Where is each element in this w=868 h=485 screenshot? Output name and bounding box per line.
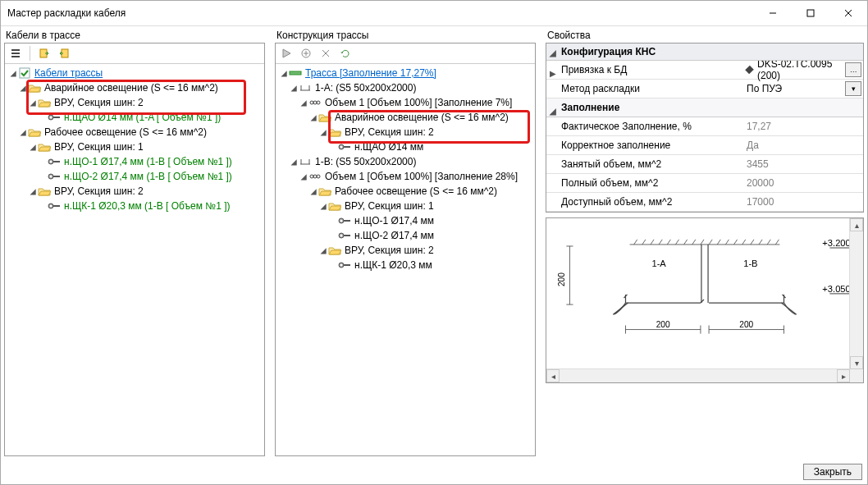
scrollbar-vertical[interactable]: ▴ ▾ xyxy=(849,218,863,369)
tree-label: Объем 1 [Объем 100%] [Заполнение 28%] xyxy=(325,171,518,182)
tree-label: ВРУ, Секция шин: 1 xyxy=(345,200,434,212)
svg-line-67 xyxy=(613,303,628,314)
add-icon[interactable] xyxy=(299,46,313,61)
checkbox-icon[interactable] xyxy=(18,66,31,80)
scroll-right-icon[interactable]: ▸ xyxy=(837,369,850,382)
svg-text:200: 200 xyxy=(739,320,753,329)
prop-value: Да xyxy=(747,140,759,151)
tree-label: ВРУ, Секция шин: 2 xyxy=(54,97,144,108)
svg-line-49 xyxy=(651,240,654,245)
expand-icon[interactable]: ◢ xyxy=(550,107,556,116)
tree-label: н.ЩО-2 Ø17,4 мм (1-B [ Объем №1 ]) xyxy=(64,171,232,182)
tree-item[interactable]: н.ЩК-1 Ø20,3 мм (1-B [ Объем №1 ]) xyxy=(5,199,263,213)
tree-item[interactable]: н.ЩАО Ø14 мм xyxy=(276,140,533,154)
tree-item[interactable]: ◢ ВРУ, Секция шин: 2 xyxy=(276,125,533,140)
svg-point-32 xyxy=(340,146,343,149)
tree-label[interactable]: Кабели трассы xyxy=(34,67,103,79)
prop-category: Заполнение xyxy=(561,102,619,113)
cable-icon xyxy=(48,199,61,213)
svg-line-61 xyxy=(751,240,754,245)
svg-point-41 xyxy=(340,235,343,237)
tree-item[interactable]: ◢ Объем 1 [Объем 100%] [Заполнение 28%] xyxy=(276,169,533,184)
minimize-button[interactable] xyxy=(754,1,792,25)
svg-line-68 xyxy=(781,303,796,314)
close-dialog-button[interactable]: Закрыть xyxy=(803,464,862,480)
tree-label: Рабочее освещение (S <= 16 мм^2) xyxy=(335,185,497,197)
svg-point-34 xyxy=(310,175,313,178)
folder-open-icon xyxy=(328,244,341,257)
tree-item[interactable]: н.ЩК-1 Ø20,3 мм xyxy=(276,258,533,272)
svg-line-52 xyxy=(675,240,678,245)
svg-text:1-A: 1-A xyxy=(651,259,666,268)
tree-item[interactable]: ◢ Аварийное освещение (S <= 16 мм^2) xyxy=(5,80,263,95)
tree-label: Аварийное освещение (S <= 16 мм^2) xyxy=(44,82,218,94)
tree-item[interactable]: ◢ ВРУ, Секция шин: 2 xyxy=(5,95,263,110)
play-icon[interactable] xyxy=(279,46,294,61)
close-button[interactable] xyxy=(829,1,867,25)
tree-item[interactable]: н.ЩО-1 Ø17,4 мм (1-B [ Объем №1 ]) xyxy=(5,154,263,169)
svg-line-64 xyxy=(775,240,779,245)
tree-label: н.ЩАО Ø14 мм (1-A [ Объем №1 ]) xyxy=(64,112,221,123)
expand-icon[interactable]: ◢ xyxy=(550,48,556,57)
tree-label: Рабочее освещение (S <= 16 мм^2) xyxy=(44,126,207,138)
assign-icon[interactable] xyxy=(37,46,52,61)
tree-item[interactable]: ◢ ВРУ, Секция шин: 1 xyxy=(5,140,263,154)
scroll-up-icon[interactable]: ▴ xyxy=(850,218,863,231)
folder-open-icon xyxy=(28,81,41,94)
cable-icon xyxy=(48,170,61,183)
tree-item[interactable]: ◢ Рабочее освещение (S <= 16 мм^2) xyxy=(5,125,263,140)
maximize-button[interactable] xyxy=(792,1,829,25)
tree-item[interactable]: ◢ ВРУ, Секция шин: 2 xyxy=(5,184,263,199)
svg-rect-27 xyxy=(290,71,301,75)
svg-rect-4 xyxy=(11,49,20,51)
tree-label: н.ЩК-1 Ø20,3 мм (1-B [ Объем №1 ]) xyxy=(64,200,231,212)
svg-line-51 xyxy=(667,240,670,245)
tree-item[interactable]: ◢ Рабочее освещение (S <= 16 мм^2) xyxy=(276,184,533,199)
dropdown-button[interactable]: ▾ xyxy=(845,81,861,96)
list-icon[interactable] xyxy=(8,46,23,61)
svg-line-50 xyxy=(659,240,662,245)
tree-label: 1-A: (S5 50x200x2000) xyxy=(315,82,416,94)
tree-item[interactable]: н.ЩО-2 Ø17,4 мм (1-B [ Объем №1 ]) xyxy=(5,169,263,184)
svg-rect-5 xyxy=(11,53,20,54)
tree-item[interactable]: ◢ 1-A: (S5 50x200x2000) xyxy=(276,80,533,95)
folder-open-icon xyxy=(38,185,51,198)
cable-icon xyxy=(338,214,351,227)
prop-key: Занятый объем, мм^2 xyxy=(561,158,661,170)
svg-text:1-B: 1-B xyxy=(743,259,757,268)
panel-mid-label: Конструкция трассы xyxy=(275,30,536,41)
prop-key: Корректное заполнение xyxy=(561,140,670,151)
tree-item[interactable]: н.ЩАО Ø14 мм (1-A [ Объем №1 ]) xyxy=(5,110,263,125)
tree-root[interactable]: ◢ Кабели трассы xyxy=(5,66,263,80)
tree-label: Объем 1 [Объем 100%] [Заполнение 7%] xyxy=(325,97,512,108)
ellipsis-button[interactable]: … xyxy=(845,62,861,77)
svg-line-53 xyxy=(684,240,688,245)
tree-label: н.ЩО-1 Ø17,4 мм (1-B [ Объем №1 ]) xyxy=(64,156,232,167)
tree-item[interactable]: ◢ 1-B: (S5 50x200x2000) xyxy=(276,154,533,169)
prop-value: 20000 xyxy=(747,177,774,189)
section-diagram: 1-A 1-B +3.200 +3.050 200 200 xyxy=(546,217,864,383)
tree-item[interactable]: ◢ Объем 1 [Объем 100%] [Заполнение 7%] xyxy=(276,95,533,110)
scrollbar-horizontal[interactable]: ◂ ▸ xyxy=(546,368,850,382)
svg-line-57 xyxy=(717,240,720,245)
tree-item[interactable]: ◢ ВРУ, Секция шин: 2 xyxy=(276,243,533,258)
tree-label[interactable]: Трасса [Заполнение 17,27%] xyxy=(305,67,436,79)
scroll-down-icon[interactable]: ▾ xyxy=(850,356,863,369)
tree-label: ВРУ, Секция шин: 2 xyxy=(345,126,434,138)
prop-key: Привязка к БД xyxy=(561,64,627,75)
tree-root[interactable]: ◢ Трасса [Заполнение 17,27%] xyxy=(276,66,533,80)
svg-point-14 xyxy=(50,161,53,163)
tree-item[interactable]: н.ЩО-1 Ø17,4 мм xyxy=(276,213,533,228)
folder-open-icon xyxy=(328,199,341,213)
svg-point-20 xyxy=(50,205,53,208)
unassign-icon[interactable] xyxy=(57,46,71,61)
delete-icon[interactable] xyxy=(318,46,333,61)
tree-item[interactable]: н.ЩО-2 Ø17,4 мм xyxy=(276,228,533,243)
expand-icon[interactable]: ▶ xyxy=(550,69,556,78)
tree-item[interactable]: ◢ Аварийное освещение (S <= 16 мм^2) xyxy=(276,110,533,125)
tree-item[interactable]: ◢ ВРУ, Секция шин: 1 xyxy=(276,199,533,213)
refresh-icon[interactable] xyxy=(338,46,353,61)
scroll-left-icon[interactable]: ◂ xyxy=(546,369,560,382)
svg-line-58 xyxy=(725,240,729,245)
svg-line-59 xyxy=(734,240,738,245)
